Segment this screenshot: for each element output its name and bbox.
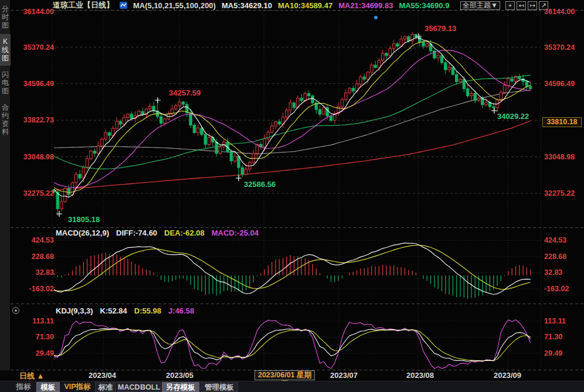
macd-axis-label: 424.53: [544, 236, 580, 244]
macd-diff-value: DIFF:-74.60: [116, 229, 157, 237]
price-axis-label: 35370.24: [18, 43, 54, 52]
price-annotation: 31805.18: [68, 215, 100, 224]
date-axis: 日线 ▲ 2023/04 2023/05 2023/07 2023/08 202…: [0, 370, 584, 381]
price-axis-label: 35370.24: [544, 43, 580, 52]
date-tick: 2023/08: [406, 371, 434, 380]
sidebar-item-time-chart[interactable]: 分时图: [0, 1, 11, 33]
kdj-d-value: D:55.98: [134, 306, 161, 315]
ma200-line: [54, 121, 531, 190]
diff-line: [54, 243, 531, 295]
candlestick-series: [53, 33, 532, 216]
kdj-axis-label: 71.30: [18, 333, 54, 341]
tab-template[interactable]: 模板: [36, 382, 60, 392]
kdj-title[interactable]: KDJ(9,3,3): [56, 306, 93, 315]
price-annotation: 34257.59: [169, 88, 201, 97]
page-title: 道琼工业【日线】: [53, 0, 114, 11]
theme-dropdown-button[interactable]: 全部主题▼: [460, 1, 500, 10]
macd-histogram: [54, 253, 531, 299]
price-axis-label: 33048.98: [544, 153, 580, 161]
price-axis-label: 34596.49: [18, 80, 54, 88]
macd-axis-label: -163.02: [544, 285, 580, 293]
tab-vip-indicator[interactable]: VIP指标: [61, 382, 94, 392]
current-price-label: 33810.18: [542, 117, 582, 127]
macd-dea-value: DEA:-62.08: [164, 229, 205, 237]
date-tick: 2023/04: [89, 371, 116, 380]
date-tick: 2023/09: [494, 371, 521, 380]
price-axis-label: 32275.22: [544, 189, 580, 197]
kdj-axis-label: 29.49: [544, 349, 580, 357]
chart-application: 35679.1334257.5934029.2232586.5631805.18…: [0, 0, 584, 392]
macd-axis-label: 32.83: [544, 268, 580, 277]
price-axis-label: 34596.49: [544, 80, 580, 88]
ma21-value: MA21:34699.83: [338, 1, 393, 10]
chart-type-sidebar: 分时图 K线图 闪电图 合约资料: [0, 0, 11, 392]
ma55-value: MA55:34690.9: [399, 1, 449, 10]
kdj-axis-label: 113.11: [18, 317, 54, 325]
macd-axis-label: 424.53: [18, 236, 54, 244]
crosshair-mark: [236, 175, 242, 181]
panel-settings-icon[interactable]: [12, 307, 19, 314]
price-axis-label: 36144.00: [544, 8, 580, 16]
price-axis-label: 32275.22: [18, 189, 54, 197]
price-annotation: 32586.56: [244, 180, 276, 189]
tab-save-template[interactable]: 另存模板: [162, 382, 199, 392]
sidebar-item-kline-chart[interactable]: K线图: [0, 34, 11, 66]
pan-icon[interactable]: +: [505, 1, 515, 10]
kdj-d-line: [54, 329, 531, 361]
price-annotation: 34029.22: [497, 112, 529, 121]
price-axis-label: 33048.98: [18, 153, 54, 161]
crosshair-date-label: 2023/06/01 星期四: [254, 370, 315, 380]
bottom-tab-bar: 指标 模板 VIP指标 标准 MACD BOLL 另存模板 管理模板: [0, 381, 584, 392]
macd-axis-label: -163.02: [18, 285, 54, 293]
kdj-k-value: K:52.84: [100, 306, 127, 315]
sidebar-item-contract-info[interactable]: 合约资料: [0, 100, 11, 139]
price-axis-label: 33822.73: [18, 116, 54, 124]
crosshair-mark: [56, 211, 62, 217]
kdj-j-value: J:46.58: [168, 306, 194, 315]
ma5-value: MA5:34629.10: [222, 1, 272, 10]
scale-right-axis-icon[interactable]: ↦: [528, 1, 537, 10]
macd-axis-label: 228.68: [18, 253, 54, 261]
macd-axis-label: 32.83: [18, 268, 54, 277]
dea-line: [54, 246, 531, 291]
kdj-k-line: [54, 329, 531, 362]
kdj-axis-label: 113.11: [544, 317, 580, 325]
tab-manage-template[interactable]: 管理模板: [201, 382, 238, 392]
crosshair-mark: [155, 97, 161, 103]
date-tick: 2023/05: [166, 371, 193, 380]
tab-standard[interactable]: 标准: [95, 382, 116, 392]
tab-macd[interactable]: MACD: [117, 382, 138, 392]
macd-panel-header: MACD(26,12,9) DIFF:-74.60 DEA:-62.08 MAC…: [56, 229, 259, 237]
scale-left-axis-icon[interactable]: ↤: [517, 1, 526, 10]
macd-macd-value: MACD:-25.04: [212, 229, 259, 237]
kline-icon: [120, 2, 127, 9]
tab-indicator[interactable]: 指标: [12, 382, 35, 392]
period-selector[interactable]: 日线 ▲: [19, 371, 44, 381]
ma-settings-label[interactable]: MA(5,10,21,55,100,200): [133, 1, 216, 10]
date-tick: 2023/07: [330, 371, 358, 380]
kdj-panel-header: KDJ(9,3,3) K:52.84 D:55.98 J:46.58: [56, 306, 194, 315]
kdj-axis-label: 71.30: [544, 333, 580, 341]
sidebar-item-flash-chart[interactable]: 闪电图: [0, 67, 11, 98]
macd-axis-label: 228.68: [544, 253, 580, 261]
chart-canvas[interactable]: 35679.1334257.5934029.2232586.5631805.18: [0, 0, 584, 392]
chart-header: 道琼工业【日线】 MA(5,10,21,55,100,200) MA5:3462…: [53, 1, 449, 10]
tab-boll[interactable]: BOLL: [140, 382, 161, 392]
price-axis-label: 36144.00: [18, 8, 54, 16]
crosshair-mark: [491, 108, 497, 114]
macd-title[interactable]: MACD(26,12,9): [56, 229, 109, 237]
kdj-axis-label: 29.49: [18, 349, 54, 357]
event-dot[interactable]: [374, 16, 378, 19]
ma10-value: MA10:34589.47: [278, 1, 332, 10]
price-annotation: 35679.13: [425, 24, 456, 33]
kdj-j-line: [54, 320, 531, 369]
